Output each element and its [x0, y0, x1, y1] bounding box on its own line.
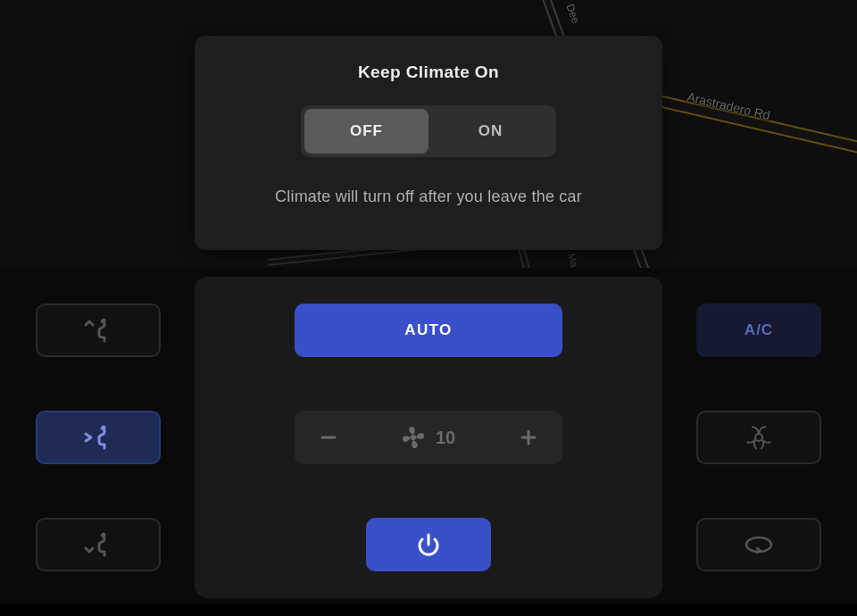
climate-power-button[interactable] — [366, 518, 491, 571]
power-icon — [416, 532, 441, 557]
fan-decrease-button[interactable] — [311, 420, 346, 455]
plus-icon — [519, 428, 538, 447]
svg-point-3 — [755, 434, 762, 441]
recirculate-button[interactable] — [696, 518, 821, 571]
keep-climate-on-panel: Keep Climate On OFF ON Climate will turn… — [195, 36, 662, 250]
fan-increase-button[interactable] — [511, 420, 546, 455]
ac-button[interactable]: A/C — [696, 304, 821, 357]
keep-climate-on-button[interactable]: ON — [428, 109, 553, 154]
airflow-face-feet-button[interactable] — [36, 304, 161, 357]
recirculate-icon — [741, 534, 777, 555]
keep-climate-on-description: Climate will turn off after you leave th… — [275, 187, 582, 206]
fan-speed-value: 10 — [436, 428, 455, 448]
fan-icon — [402, 426, 425, 449]
airflow-face-icon — [80, 423, 116, 452]
bottom-bar — [0, 604, 857, 616]
airflow-face-button[interactable] — [36, 411, 161, 464]
svg-point-2 — [102, 533, 106, 537]
climate-control-panel: AUTO 10 — [195, 277, 662, 598]
airflow-face-feet-icon — [80, 316, 116, 345]
svg-point-5 — [411, 435, 416, 440]
auto-button[interactable]: AUTO — [295, 304, 562, 357]
bioweapon-defense-button[interactable] — [696, 411, 821, 464]
keep-climate-off-button[interactable]: OFF — [304, 109, 428, 154]
airflow-mode-column — [36, 304, 161, 571]
svg-point-0 — [102, 319, 106, 323]
minus-icon — [319, 428, 338, 447]
aux-mode-column: A/C — [696, 304, 821, 571]
airflow-feet-icon — [80, 530, 116, 559]
svg-point-1 — [102, 426, 106, 430]
fan-speed-control: 10 — [295, 411, 562, 464]
fan-speed-display: 10 — [402, 426, 455, 449]
keep-climate-on-title: Keep Climate On — [358, 62, 499, 82]
airflow-feet-button[interactable] — [36, 518, 161, 571]
keep-climate-on-toggle: OFF ON — [301, 105, 556, 157]
biohazard-icon — [744, 422, 774, 453]
